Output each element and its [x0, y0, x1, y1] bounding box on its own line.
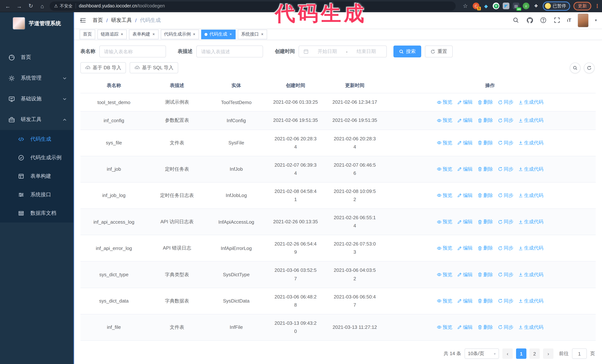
browser-back-icon[interactable]: ←	[4, 2, 12, 10]
sync-op[interactable]: 同步	[498, 117, 514, 124]
extension-v-icon[interactable]: V	[493, 3, 499, 9]
close-icon[interactable]: ×	[261, 32, 264, 36]
generate-code-op[interactable]: 生成代码	[518, 271, 543, 278]
page-button-2[interactable]: 2	[529, 348, 540, 359]
close-icon[interactable]: ×	[120, 32, 124, 36]
tab-4[interactable]: 代码生成×	[201, 30, 236, 39]
edit-op[interactable]: 编辑	[457, 117, 473, 124]
table-name-input[interactable]	[99, 46, 166, 58]
delete-op[interactable]: 删除	[478, 99, 493, 106]
generate-code-op[interactable]: 生成代码	[518, 166, 543, 173]
page-button-1[interactable]: 1	[516, 348, 527, 359]
breadcrumb-home[interactable]: 首页	[93, 17, 103, 24]
browser-forward-icon[interactable]: →	[15, 2, 23, 10]
delete-op[interactable]: 删除	[478, 271, 493, 278]
preview-op[interactable]: 预览	[437, 166, 452, 173]
fullscreen-icon[interactable]	[553, 17, 561, 24]
preview-op[interactable]: 预览	[437, 218, 452, 225]
help-icon[interactable]	[540, 17, 547, 24]
sidebar-item-system-api[interactable]: 系统接口	[0, 186, 73, 204]
generate-code-op[interactable]: 生成代码	[518, 324, 543, 331]
sync-op[interactable]: 同步	[498, 218, 514, 225]
delete-op[interactable]: 删除	[478, 192, 493, 199]
generate-code-op[interactable]: 生成代码	[518, 245, 543, 252]
avatar[interactable]	[578, 13, 589, 27]
generate-code-op[interactable]: 生成代码	[518, 218, 543, 225]
sync-op[interactable]: 同步	[498, 139, 514, 146]
reset-button[interactable]: 重置	[425, 46, 453, 58]
preview-op[interactable]: 预览	[437, 245, 452, 252]
tab-home[interactable]: 首页	[80, 30, 95, 39]
sync-op[interactable]: 同步	[498, 298, 514, 304]
delete-op[interactable]: 删除	[478, 166, 493, 173]
sidebar-item-form-builder[interactable]: 表单构建	[0, 167, 73, 186]
preview-op[interactable]: 预览	[437, 117, 452, 124]
sync-op[interactable]: 同步	[498, 271, 514, 278]
edit-op[interactable]: 编辑	[457, 298, 473, 304]
delete-op[interactable]: 删除	[478, 298, 493, 304]
tab-2[interactable]: 表单构建×	[129, 30, 159, 39]
edit-op[interactable]: 编辑	[457, 218, 473, 225]
delete-op[interactable]: 删除	[478, 117, 493, 124]
sync-op[interactable]: 同步	[498, 245, 514, 252]
delete-op[interactable]: 删除	[478, 324, 493, 331]
tab-1[interactable]: 链路追踪×	[97, 30, 127, 39]
edit-op[interactable]: 编辑	[457, 99, 473, 106]
generate-code-op[interactable]: 生成代码	[518, 99, 543, 106]
preview-op[interactable]: 预览	[437, 324, 452, 331]
toggle-search-button[interactable]	[570, 62, 580, 73]
preview-op[interactable]: 预览	[437, 99, 452, 106]
extension-grid-icon[interactable]: ◤	[503, 3, 509, 9]
generate-code-op[interactable]: 生成代码	[518, 298, 543, 304]
address-bar[interactable]: ⚠不安全 dashboard.yudao.iocoder.cn/tool/cod…	[50, 1, 456, 10]
delete-op[interactable]: 删除	[478, 245, 493, 252]
browser-menu-icon[interactable]: ⋮	[595, 3, 598, 9]
sidebar-item-home[interactable]: 首页	[0, 47, 73, 68]
preview-op[interactable]: 预览	[437, 139, 452, 146]
tab-3[interactable]: 代码生成示例×	[161, 30, 199, 39]
avatar-caret-icon[interactable]: ▾	[595, 18, 597, 22]
next-page-button[interactable]: ›	[543, 348, 553, 359]
edit-op[interactable]: 编辑	[457, 166, 473, 173]
prev-page-button[interactable]: ‹	[502, 348, 513, 359]
sync-op[interactable]: 同步	[498, 192, 514, 199]
generate-code-op[interactable]: 生成代码	[518, 117, 543, 124]
import-sql-button[interactable]: 基于 SQL 导入	[130, 62, 178, 73]
browser-reload-icon[interactable]: ↻	[27, 2, 35, 10]
close-icon[interactable]: ×	[193, 32, 196, 36]
search-button[interactable]: 搜索	[393, 46, 421, 58]
bookmark-star-icon[interactable]: ☆	[461, 2, 469, 10]
edit-op[interactable]: 编辑	[457, 139, 473, 146]
edit-op[interactable]: 编辑	[457, 245, 473, 252]
page-size-select[interactable]: 10条/页▾	[464, 348, 499, 359]
sync-op[interactable]: 同步	[498, 166, 514, 173]
font-size-icon[interactable]: tT	[567, 18, 571, 23]
breadcrumb-devtools[interactable]: 研发工具	[111, 17, 132, 24]
extension-tabs-icon[interactable]: ▤on	[513, 3, 519, 9]
delete-op[interactable]: 删除	[478, 139, 493, 146]
sync-op[interactable]: 同步	[498, 324, 514, 331]
profile-paused-pill[interactable]: 已暂停	[543, 1, 570, 10]
table-desc-input[interactable]	[196, 46, 263, 58]
delete-op[interactable]: 删除	[478, 218, 493, 225]
search-icon[interactable]	[512, 17, 520, 24]
date-range-input[interactable]: 开始日期 - 结束日期	[299, 46, 387, 58]
security-warning-icon[interactable]: ⚠不安全	[54, 3, 73, 9]
sync-op[interactable]: 同步	[498, 99, 514, 106]
generate-code-op[interactable]: 生成代码	[518, 192, 543, 199]
app-logo-row[interactable]: 芋道管理系统	[0, 12, 73, 34]
sidebar-item-codegen-example[interactable]: 代码生成示例	[0, 148, 73, 167]
extension-orange-icon[interactable]: C1	[473, 3, 479, 9]
edit-op[interactable]: 编辑	[457, 324, 473, 331]
preview-op[interactable]: 预览	[437, 271, 452, 278]
extension-gem-icon[interactable]: ◆	[483, 3, 489, 9]
preview-op[interactable]: 预览	[437, 298, 452, 304]
extension-green-icon[interactable]: ♕	[523, 3, 529, 9]
browser-home-icon[interactable]: ⌂	[38, 2, 46, 10]
extensions-puzzle-icon[interactable]: ❖	[533, 3, 539, 9]
sidebar-item-devtools[interactable]: 研发工具	[0, 109, 73, 130]
refresh-table-button[interactable]	[584, 62, 595, 73]
sidebar-collapse-icon[interactable]	[79, 17, 87, 24]
generate-code-op[interactable]: 生成代码	[518, 139, 543, 146]
browser-update-button[interactable]: 更新	[573, 2, 591, 10]
